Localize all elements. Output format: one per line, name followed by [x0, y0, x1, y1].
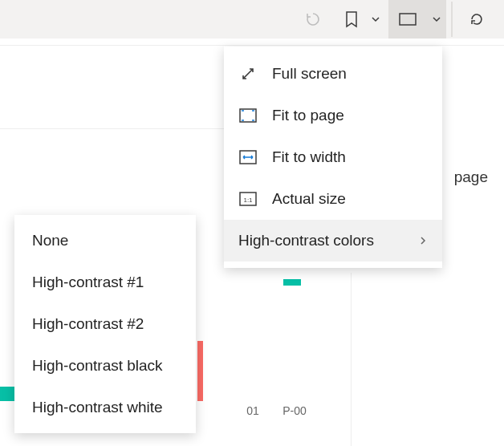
chevron-down-icon	[432, 14, 441, 24]
toolbar-separator	[451, 2, 453, 37]
submenu-item-label: High-contrast white	[32, 399, 163, 416]
submenu-item-none[interactable]: None	[14, 220, 196, 262]
submenu-item-label: High-contrast black	[32, 357, 163, 375]
menu-item-high-contrast[interactable]: High-contrast colors	[224, 220, 442, 262]
chart-bar	[197, 341, 203, 401]
menu-item-full-screen[interactable]: Full screen	[224, 53, 442, 95]
view-mode-dropdown[interactable]	[427, 0, 446, 39]
refresh-button[interactable]	[457, 0, 496, 39]
menu-item-fit-to-page[interactable]: Fit to page	[224, 95, 442, 136]
bookmark-icon	[344, 10, 359, 28]
submenu-item-hc-black[interactable]: High-contrast black	[14, 345, 196, 387]
fit-to-page-icon	[238, 106, 258, 125]
submenu-item-label: High-contrast #2	[32, 315, 144, 333]
view-menu: Full screen Fit to page Fit to width 1:1…	[224, 47, 442, 268]
bookmark-dropdown[interactable]	[371, 14, 380, 24]
menu-item-label: High-contrast colors	[238, 232, 374, 249]
menu-item-actual-size[interactable]: 1:1 Actual size	[224, 178, 442, 220]
axis-tick: P-00	[274, 404, 315, 417]
submenu-item-label: None	[32, 232, 68, 249]
high-contrast-submenu: None High-contrast #1 High-contrast #2 H…	[14, 215, 196, 433]
view-rectangle-icon	[399, 13, 417, 26]
view-mode-button[interactable]	[388, 0, 427, 39]
vertical-divider	[351, 273, 352, 446]
actual-size-icon: 1:1	[238, 189, 258, 209]
fit-to-width-icon	[238, 148, 258, 167]
divider	[0, 45, 504, 46]
legend-swatch	[283, 279, 301, 286]
chevron-down-icon	[371, 14, 380, 24]
submenu-item-hc2[interactable]: High-contrast #2	[14, 303, 196, 345]
reset-icon	[305, 11, 321, 27]
reset-view-button[interactable]	[294, 0, 332, 39]
menu-item-label: Actual size	[272, 190, 346, 208]
chevron-right-icon	[418, 236, 428, 245]
menu-item-label: Fit to width	[272, 148, 346, 166]
submenu-item-label: High-contrast #1	[32, 274, 144, 291]
svg-text:1:1: 1:1	[243, 197, 253, 204]
submenu-item-hc1[interactable]: High-contrast #1	[14, 262, 196, 303]
side-page-label: page	[454, 168, 488, 186]
svg-rect-0	[400, 14, 416, 25]
menu-item-fit-to-width[interactable]: Fit to width	[224, 136, 442, 178]
refresh-icon	[469, 11, 485, 27]
menu-item-label: Full screen	[272, 65, 347, 83]
menu-item-label: Fit to page	[272, 107, 344, 124]
full-screen-icon	[238, 64, 258, 83]
divider	[0, 128, 228, 129]
axis-tick: 01	[233, 404, 273, 417]
toolbar	[0, 0, 504, 39]
submenu-item-hc-white[interactable]: High-contrast white	[14, 387, 196, 428]
bookmark-button[interactable]	[332, 0, 371, 39]
